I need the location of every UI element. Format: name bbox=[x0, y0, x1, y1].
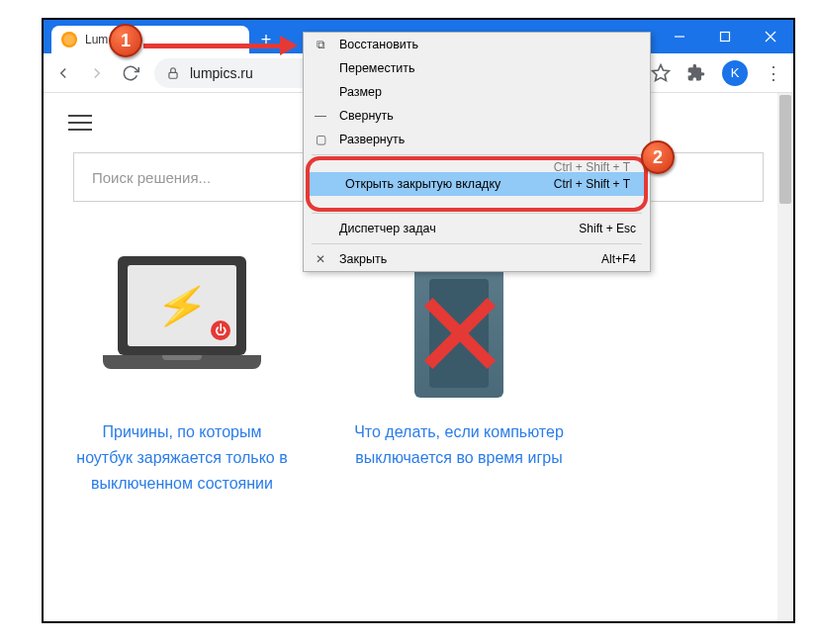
card-title: Причины, по которым ноутбук заряжается т… bbox=[73, 419, 291, 497]
menu-move[interactable]: Переместить bbox=[304, 56, 650, 80]
search-placeholder: Поиск решения... bbox=[92, 169, 211, 186]
shortcut-label: Shift + Esc bbox=[579, 222, 636, 235]
minimize-button[interactable] bbox=[657, 20, 702, 53]
card-title: Что делать, если компьютер выключается в… bbox=[350, 419, 568, 471]
svg-marker-5 bbox=[653, 64, 670, 80]
annotation-marker-1: 1 bbox=[109, 24, 142, 57]
menu-maximize[interactable]: ▢ Развернуть bbox=[304, 128, 650, 151]
menu-dots-icon[interactable]: ⋮ bbox=[764, 63, 783, 83]
menu-close[interactable]: ✕ Закрыть Alt+F4 bbox=[304, 247, 650, 271]
extensions-icon[interactable] bbox=[686, 63, 706, 83]
system-context-menu: ⧉ Восстановить Переместить Размер — Свер… bbox=[303, 32, 651, 272]
window-controls bbox=[657, 20, 793, 53]
svg-rect-4 bbox=[169, 72, 177, 78]
shortcut-label: Ctrl + Shift + T bbox=[554, 177, 630, 191]
scrollbar-thumb[interactable] bbox=[779, 95, 791, 204]
forward-button[interactable] bbox=[87, 63, 107, 83]
annotation-arrow bbox=[143, 36, 300, 55]
menu-item-obscured-top[interactable]: Ctrl + Shift + T bbox=[310, 162, 644, 172]
profile-avatar[interactable]: K bbox=[722, 60, 748, 86]
bookmark-star-icon[interactable] bbox=[651, 63, 671, 83]
laptop-charging-icon: ⚡⏻ bbox=[93, 241, 271, 400]
menu-separator bbox=[312, 243, 642, 244]
menu-size[interactable]: Размер bbox=[304, 80, 650, 104]
svg-rect-1 bbox=[721, 33, 730, 42]
menu-restore[interactable]: ⧉ Восстановить bbox=[304, 33, 650, 56]
scrollbar[interactable] bbox=[777, 93, 793, 621]
menu-separator bbox=[312, 154, 642, 155]
avatar-letter: K bbox=[731, 65, 740, 80]
close-button[interactable] bbox=[748, 20, 793, 53]
close-icon: ✕ bbox=[312, 252, 329, 266]
article-card-pc[interactable]: Что делать, если компьютер выключается в… bbox=[350, 241, 568, 497]
menu-separator bbox=[312, 213, 642, 214]
shortcut-label: Alt+F4 bbox=[601, 252, 636, 266]
lock-icon bbox=[166, 66, 180, 80]
menu-reopen-closed-tab[interactable]: Открыть закрытую вкладку Ctrl + Shift + … bbox=[310, 172, 644, 196]
url-text: lumpics.ru bbox=[190, 65, 253, 81]
minimize-icon: — bbox=[312, 109, 329, 123]
article-card-laptop[interactable]: ⚡⏻ Причины, по которым ноутбук заряжаетс… bbox=[73, 241, 291, 497]
back-button[interactable] bbox=[53, 63, 73, 83]
menu-task-manager[interactable]: Диспетчер задач Shift + Esc bbox=[304, 217, 650, 240]
maximize-button[interactable] bbox=[702, 20, 748, 53]
tab-title: Lum bbox=[85, 33, 108, 46]
highlighted-menu-group: Ctrl + Shift + T Открыть закрытую вкладк… bbox=[306, 156, 648, 212]
annotation-marker-2: 2 bbox=[641, 140, 675, 174]
menu-item-obscured-bottom[interactable] bbox=[310, 196, 644, 206]
reload-button[interactable] bbox=[121, 63, 140, 83]
restore-icon: ⧉ bbox=[312, 38, 329, 51]
hamburger-menu-icon[interactable] bbox=[68, 115, 92, 131]
maximize-icon: ▢ bbox=[312, 133, 329, 146]
site-favicon bbox=[61, 32, 77, 47]
menu-minimize[interactable]: — Свернуть bbox=[304, 104, 650, 128]
